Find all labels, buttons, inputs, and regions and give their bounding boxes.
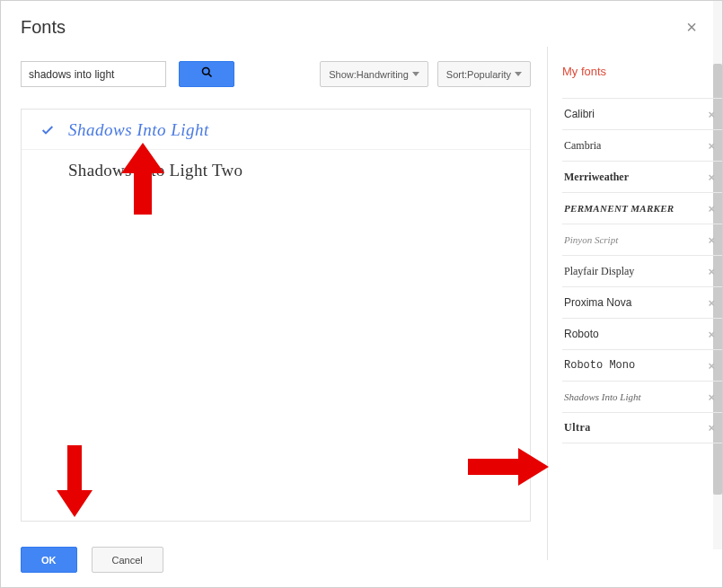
my-font-name: Proxima Nova: [564, 296, 631, 309]
left-pane: Show: Handwriting Sort: Popularity: [21, 47, 547, 560]
ok-button[interactable]: OK: [21, 547, 77, 573]
my-font-row[interactable]: Permanent Marker×: [562, 192, 722, 224]
my-fonts-list: Calibri×Cambria×Merriweather×Permanent M…: [562, 98, 722, 560]
remove-font-icon[interactable]: ×: [708, 328, 715, 341]
my-fonts-title: My fonts: [562, 65, 722, 78]
my-font-name: Roboto Mono: [564, 359, 635, 372]
svg-point-0: [202, 68, 209, 75]
svg-line-1: [208, 74, 211, 76]
my-font-name: Permanent Marker: [564, 203, 674, 214]
my-font-row[interactable]: Calibri×: [562, 98, 722, 129]
checkmark-icon: [34, 123, 61, 137]
remove-font-icon[interactable]: ×: [708, 233, 715, 247]
right-pane: My fonts Calibri×Cambria×Merriweather×Pe…: [547, 47, 722, 560]
my-font-name: Ultra: [564, 421, 591, 434]
remove-font-icon[interactable]: ×: [708, 108, 715, 121]
svg-marker-2: [412, 72, 419, 76]
my-font-row[interactable]: Ultra×: [562, 412, 722, 443]
show-dropdown[interactable]: Show: Handwriting: [320, 61, 428, 87]
remove-font-icon[interactable]: ×: [708, 359, 715, 373]
my-font-name: Calibri: [564, 108, 595, 120]
results-list: Shadows Into Light Shadows Into Light Tw…: [21, 109, 531, 522]
dialog-header: Fonts ×: [1, 1, 722, 47]
dialog-content: Show: Handwriting Sort: Popularity: [1, 47, 722, 560]
my-font-name: Playfair Display: [564, 265, 634, 278]
sort-dropdown[interactable]: Sort: Popularity: [437, 61, 531, 87]
remove-font-icon[interactable]: ×: [708, 421, 715, 434]
my-font-name: Shadows Into Light: [564, 391, 641, 402]
cancel-button[interactable]: Cancel: [92, 547, 163, 573]
remove-font-icon[interactable]: ×: [708, 171, 715, 184]
my-font-row[interactable]: Merriweather×: [562, 161, 722, 192]
close-icon[interactable]: ×: [681, 17, 702, 38]
fonts-dialog: Fonts × Show: Handwritin: [0, 0, 723, 588]
font-result-row[interactable]: Shadows Into Light Two: [22, 149, 530, 189]
my-font-row[interactable]: Proxima Nova×: [562, 286, 722, 318]
show-label: Show:: [329, 69, 357, 80]
remove-font-icon[interactable]: ×: [708, 296, 715, 310]
my-font-name: Cambria: [564, 139, 601, 153]
my-font-row[interactable]: Roboto×: [562, 318, 722, 349]
show-value: Handwriting: [357, 69, 409, 80]
my-font-name: Merriweather: [564, 171, 629, 184]
my-font-row[interactable]: Shadows Into Light×: [562, 381, 722, 412]
remove-font-icon[interactable]: ×: [708, 391, 715, 404]
dialog-footer: OK Cancel: [1, 536, 722, 587]
caret-down-icon: [412, 72, 419, 76]
font-result-row[interactable]: Shadows Into Light: [22, 110, 530, 149]
caret-down-icon: [515, 72, 522, 76]
svg-marker-3: [515, 72, 522, 76]
remove-font-icon[interactable]: ×: [708, 265, 715, 278]
my-font-row[interactable]: Playfair Display×: [562, 255, 722, 286]
font-name: Shadows Into Light Two: [68, 161, 242, 180]
search-input[interactable]: [21, 61, 166, 87]
remove-font-icon[interactable]: ×: [708, 139, 715, 153]
my-font-row[interactable]: Cambria×: [562, 129, 722, 161]
sort-label: Sort:: [446, 69, 467, 80]
sort-value: Popularity: [467, 69, 511, 80]
dialog-title: Fonts: [21, 17, 66, 38]
remove-font-icon[interactable]: ×: [708, 202, 715, 215]
toolbar: Show: Handwriting Sort: Popularity: [21, 61, 531, 87]
search-icon: [200, 66, 214, 83]
my-font-name: Pinyon Script: [564, 234, 618, 245]
my-font-name: Roboto: [564, 328, 599, 340]
font-name: Shadows Into Light: [68, 120, 209, 140]
my-font-row[interactable]: Pinyon Script×: [562, 224, 722, 255]
my-font-row[interactable]: Roboto Mono×: [562, 349, 722, 381]
search-button[interactable]: [179, 61, 234, 87]
